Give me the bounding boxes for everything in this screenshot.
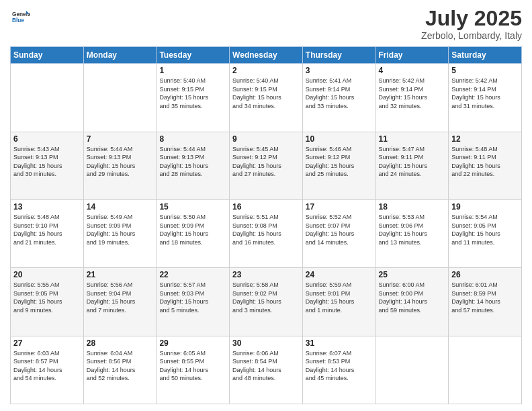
calendar-cell: 26Sunrise: 6:01 AM Sunset: 8:59 PM Dayli… bbox=[449, 268, 522, 336]
day-info: Sunrise: 6:03 AM Sunset: 8:57 PM Dayligh… bbox=[13, 349, 81, 383]
logo: General Blue bbox=[10, 7, 30, 27]
calendar-cell: 31Sunrise: 6:07 AM Sunset: 8:53 PM Dayli… bbox=[302, 336, 375, 404]
day-number: 4 bbox=[379, 66, 446, 75]
calendar-cell bbox=[449, 336, 522, 404]
day-info: Sunrise: 5:48 AM Sunset: 9:10 PM Dayligh… bbox=[13, 213, 81, 246]
day-number: 25 bbox=[379, 270, 446, 279]
title-block: July 2025 Zerbolo, Lombardy, Italy bbox=[421, 7, 522, 41]
day-number: 1 bbox=[159, 66, 226, 75]
week-row-4: 20Sunrise: 5:55 AM Sunset: 9:05 PM Dayli… bbox=[11, 268, 522, 336]
day-number: 6 bbox=[13, 134, 81, 144]
day-number: 24 bbox=[306, 270, 373, 279]
day-info: Sunrise: 5:47 AM Sunset: 9:11 PM Dayligh… bbox=[379, 145, 446, 179]
calendar-cell: 9Sunrise: 5:45 AM Sunset: 9:12 PM Daylig… bbox=[230, 132, 303, 199]
day-number: 28 bbox=[87, 338, 154, 348]
day-info: Sunrise: 5:43 AM Sunset: 9:13 PM Dayligh… bbox=[13, 145, 81, 179]
day-number: 30 bbox=[232, 338, 300, 348]
page: General Blue July 2025 Zerbolo, Lombardy… bbox=[0, 0, 532, 411]
calendar-cell: 20Sunrise: 5:55 AM Sunset: 9:05 PM Dayli… bbox=[11, 268, 84, 336]
calendar-cell: 28Sunrise: 6:04 AM Sunset: 8:56 PM Dayli… bbox=[83, 336, 157, 404]
svg-text:Blue: Blue bbox=[12, 17, 24, 24]
calendar-cell: 21Sunrise: 5:56 AM Sunset: 9:04 PM Dayli… bbox=[83, 268, 157, 336]
week-row-3: 13Sunrise: 5:48 AM Sunset: 9:10 PM Dayli… bbox=[11, 199, 522, 267]
calendar-cell: 13Sunrise: 5:48 AM Sunset: 9:10 PM Dayli… bbox=[11, 199, 84, 267]
day-info: Sunrise: 5:40 AM Sunset: 9:15 PM Dayligh… bbox=[232, 77, 300, 110]
header: General Blue July 2025 Zerbolo, Lombardy… bbox=[10, 7, 522, 41]
day-number: 11 bbox=[379, 134, 446, 144]
calendar-table: SundayMondayTuesdayWednesdayThursdayFrid… bbox=[10, 46, 522, 404]
day-info: Sunrise: 6:07 AM Sunset: 8:53 PM Dayligh… bbox=[306, 349, 373, 383]
day-info: Sunrise: 5:42 AM Sunset: 9:14 PM Dayligh… bbox=[451, 77, 519, 110]
day-header-sunday: Sunday bbox=[11, 47, 84, 64]
week-row-1: 1Sunrise: 5:40 AM Sunset: 9:15 PM Daylig… bbox=[11, 64, 522, 132]
day-number: 14 bbox=[87, 202, 154, 212]
week-row-2: 6Sunrise: 5:43 AM Sunset: 9:13 PM Daylig… bbox=[11, 132, 522, 199]
day-info: Sunrise: 5:54 AM Sunset: 9:05 PM Dayligh… bbox=[451, 213, 519, 246]
day-number: 7 bbox=[87, 134, 154, 144]
day-number: 19 bbox=[451, 202, 519, 212]
day-info: Sunrise: 5:49 AM Sunset: 9:09 PM Dayligh… bbox=[87, 213, 154, 246]
calendar-cell: 10Sunrise: 5:46 AM Sunset: 9:12 PM Dayli… bbox=[302, 132, 375, 199]
day-info: Sunrise: 6:01 AM Sunset: 8:59 PM Dayligh… bbox=[451, 281, 519, 314]
calendar-cell: 4Sunrise: 5:42 AM Sunset: 9:14 PM Daylig… bbox=[375, 64, 449, 132]
day-number: 20 bbox=[13, 270, 81, 279]
calendar-cell: 30Sunrise: 6:06 AM Sunset: 8:54 PM Dayli… bbox=[230, 336, 303, 404]
logo-icon: General Blue bbox=[10, 7, 30, 27]
svg-text:General: General bbox=[12, 11, 30, 17]
calendar-cell: 18Sunrise: 5:53 AM Sunset: 9:06 PM Dayli… bbox=[375, 199, 449, 267]
day-number: 10 bbox=[306, 134, 373, 144]
day-info: Sunrise: 5:40 AM Sunset: 9:15 PM Dayligh… bbox=[159, 77, 226, 110]
day-header-tuesday: Tuesday bbox=[157, 47, 230, 64]
calendar-cell: 22Sunrise: 5:57 AM Sunset: 9:03 PM Dayli… bbox=[157, 268, 230, 336]
day-number: 21 bbox=[87, 270, 154, 279]
calendar-cell: 1Sunrise: 5:40 AM Sunset: 9:15 PM Daylig… bbox=[157, 64, 230, 132]
day-info: Sunrise: 5:57 AM Sunset: 9:03 PM Dayligh… bbox=[159, 281, 226, 314]
day-header-friday: Friday bbox=[375, 47, 449, 64]
calendar-cell: 17Sunrise: 5:52 AM Sunset: 9:07 PM Dayli… bbox=[302, 199, 375, 267]
calendar-cell: 29Sunrise: 6:05 AM Sunset: 8:55 PM Dayli… bbox=[157, 336, 230, 404]
calendar-cell: 12Sunrise: 5:48 AM Sunset: 9:11 PM Dayli… bbox=[449, 132, 522, 199]
calendar-cell: 5Sunrise: 5:42 AM Sunset: 9:14 PM Daylig… bbox=[449, 64, 522, 132]
day-info: Sunrise: 5:53 AM Sunset: 9:06 PM Dayligh… bbox=[379, 213, 446, 246]
day-number: 13 bbox=[13, 202, 81, 212]
day-number: 18 bbox=[379, 202, 446, 212]
calendar-cell: 3Sunrise: 5:41 AM Sunset: 9:14 PM Daylig… bbox=[302, 64, 375, 132]
day-info: Sunrise: 6:05 AM Sunset: 8:55 PM Dayligh… bbox=[159, 349, 226, 383]
day-info: Sunrise: 6:04 AM Sunset: 8:56 PM Dayligh… bbox=[87, 349, 154, 383]
calendar-cell: 25Sunrise: 6:00 AM Sunset: 9:00 PM Dayli… bbox=[375, 268, 449, 336]
day-info: Sunrise: 5:51 AM Sunset: 9:08 PM Dayligh… bbox=[232, 213, 300, 246]
calendar-cell: 8Sunrise: 5:44 AM Sunset: 9:13 PM Daylig… bbox=[157, 132, 230, 199]
day-number: 3 bbox=[306, 66, 373, 75]
month-title: July 2025 bbox=[421, 7, 522, 30]
day-number: 27 bbox=[13, 338, 81, 348]
day-number: 9 bbox=[232, 134, 300, 144]
day-info: Sunrise: 5:56 AM Sunset: 9:04 PM Dayligh… bbox=[87, 281, 154, 314]
day-info: Sunrise: 5:41 AM Sunset: 9:14 PM Dayligh… bbox=[306, 77, 373, 110]
day-info: Sunrise: 5:55 AM Sunset: 9:05 PM Dayligh… bbox=[13, 281, 81, 314]
calendar-cell bbox=[11, 64, 84, 132]
calendar-cell: 7Sunrise: 5:44 AM Sunset: 9:13 PM Daylig… bbox=[83, 132, 157, 199]
week-row-5: 27Sunrise: 6:03 AM Sunset: 8:57 PM Dayli… bbox=[11, 336, 522, 404]
calendar-cell: 19Sunrise: 5:54 AM Sunset: 9:05 PM Dayli… bbox=[449, 199, 522, 267]
calendar-cell: 6Sunrise: 5:43 AM Sunset: 9:13 PM Daylig… bbox=[11, 132, 84, 199]
calendar-cell: 27Sunrise: 6:03 AM Sunset: 8:57 PM Dayli… bbox=[11, 336, 84, 404]
day-number: 2 bbox=[232, 66, 300, 75]
calendar-header-row: SundayMondayTuesdayWednesdayThursdayFrid… bbox=[11, 47, 522, 64]
day-number: 16 bbox=[232, 202, 300, 212]
day-number: 15 bbox=[159, 202, 226, 212]
location: Zerbolo, Lombardy, Italy bbox=[421, 30, 522, 41]
day-info: Sunrise: 5:44 AM Sunset: 9:13 PM Dayligh… bbox=[159, 145, 226, 179]
calendar-cell: 15Sunrise: 5:50 AM Sunset: 9:09 PM Dayli… bbox=[157, 199, 230, 267]
day-info: Sunrise: 5:42 AM Sunset: 9:14 PM Dayligh… bbox=[379, 77, 446, 110]
calendar-cell: 14Sunrise: 5:49 AM Sunset: 9:09 PM Dayli… bbox=[83, 199, 157, 267]
day-info: Sunrise: 5:48 AM Sunset: 9:11 PM Dayligh… bbox=[451, 145, 519, 179]
calendar-cell: 2Sunrise: 5:40 AM Sunset: 9:15 PM Daylig… bbox=[230, 64, 303, 132]
calendar-cell: 24Sunrise: 5:59 AM Sunset: 9:01 PM Dayli… bbox=[302, 268, 375, 336]
day-header-thursday: Thursday bbox=[302, 47, 375, 64]
day-number: 23 bbox=[232, 270, 300, 279]
day-number: 31 bbox=[306, 338, 373, 348]
day-number: 22 bbox=[159, 270, 226, 279]
day-info: Sunrise: 5:59 AM Sunset: 9:01 PM Dayligh… bbox=[306, 281, 373, 314]
day-info: Sunrise: 5:45 AM Sunset: 9:12 PM Dayligh… bbox=[232, 145, 300, 179]
calendar-cell bbox=[83, 64, 157, 132]
